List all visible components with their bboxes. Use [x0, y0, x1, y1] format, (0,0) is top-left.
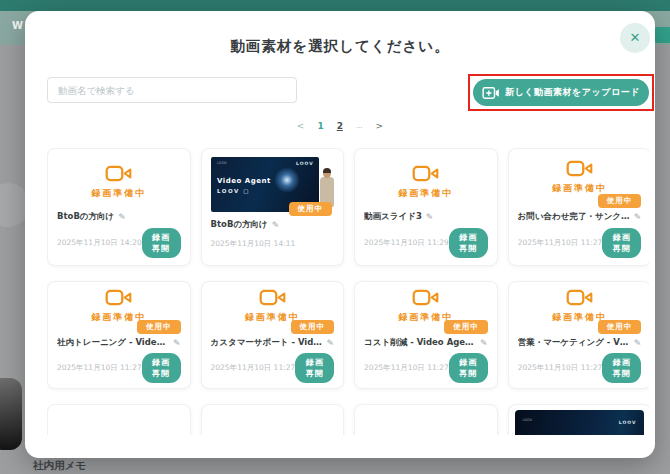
status-label: 録画準備中 — [552, 182, 607, 195]
search-input[interactable] — [47, 77, 297, 103]
video-card-grid: 録画準備中 BtoBの方向け ✎ 2025年11月10日 14:20 録画再開 … — [47, 148, 649, 435]
slide-top-text: LOOV — [217, 161, 227, 165]
page-2-button[interactable]: 2 — [337, 121, 343, 131]
video-card[interactable]: LOOV LOOV Video Agent LOOV ▢ 使用中 BtoBの方向… — [201, 148, 345, 266]
close-button[interactable]: ✕ — [620, 23, 650, 53]
video-title: 動画スライド3 — [364, 211, 422, 223]
video-date: 2025年11月10日 11:29 — [364, 238, 449, 248]
video-title: コスト削減 - Video Agentによる… — [364, 337, 476, 349]
edit-icon[interactable]: ✎ — [426, 212, 434, 222]
video-title: 営業・マーケティング - Video A… — [518, 337, 630, 349]
video-card[interactable]: 録画準備中 使用中 営業・マーケティング - Video A… ✎ 2025年1… — [508, 281, 649, 389]
video-card[interactable] — [201, 404, 345, 435]
video-card[interactable]: LOOV LOOV — [508, 404, 649, 435]
in-use-badge: 使用中 — [137, 320, 181, 334]
video-card[interactable]: 録画準備中 使用中 カスタマーサポート - Video Age… ✎ 2025年… — [201, 281, 345, 389]
status-label: 録画準備中 — [91, 187, 146, 200]
resume-recording-button[interactable]: 録画再開 — [142, 353, 181, 383]
background-video-shape — [0, 378, 22, 450]
in-use-badge: 使用中 — [289, 202, 333, 216]
video-title: BtoBの方向け — [57, 211, 114, 223]
resume-recording-button[interactable]: 録画再開 — [295, 353, 334, 383]
in-use-badge: 使用中 — [598, 320, 642, 334]
pagination: < 1 2 ... > — [25, 121, 655, 131]
page-ellipsis: ... — [356, 122, 363, 130]
edit-icon[interactable]: ✎ — [634, 338, 642, 348]
upload-button-label: 新しく動画素材をアップロード — [505, 86, 640, 99]
resume-recording-button[interactable]: 録画再開 — [449, 353, 488, 383]
workspace-label: W — [12, 20, 23, 31]
resume-recording-button[interactable]: 録画再開 — [602, 228, 641, 258]
video-camera-icon — [105, 165, 132, 182]
edit-icon[interactable]: ✎ — [634, 212, 642, 222]
resume-recording-button[interactable]: 録画再開 — [142, 228, 181, 258]
next-page-button[interactable]: > — [376, 121, 384, 131]
video-date: 2025年11月10日 11:27 — [364, 363, 449, 373]
video-card[interactable]: 録画準備中 使用中 お問い合わせ完了・サンクスメッ… ✎ 2025年11月10日… — [508, 148, 649, 266]
video-title: 社内トレーニング - Video Agent… — [57, 337, 169, 349]
video-camera-icon — [566, 289, 593, 306]
video-camera-icon — [412, 165, 439, 182]
video-date: 2025年11月10日 14:11 — [211, 239, 296, 249]
prev-page-button[interactable]: < — [297, 121, 305, 131]
video-card[interactable]: 録画準備中 使用中 コスト削減 - Video Agentによる… ✎ 2025… — [354, 281, 498, 389]
video-camera-icon — [105, 289, 132, 306]
video-date: 2025年11月10日 11:27 — [518, 363, 603, 373]
video-select-modal: 動画素材を選択してください。 ✕ 新しく動画素材をアップロード < 1 2 ..… — [25, 11, 655, 458]
resume-recording-button[interactable]: 録画再開 — [602, 353, 641, 383]
page-1-button[interactable]: 1 — [317, 121, 323, 131]
edit-icon[interactable]: ✎ — [272, 220, 280, 230]
slide-top-text: LOOV — [522, 418, 532, 422]
video-camera-icon — [259, 289, 286, 306]
video-card[interactable] — [47, 404, 191, 435]
slide-heading: Video Agent — [217, 177, 271, 185]
background-topbar — [0, 0, 670, 11]
upload-highlight-annotation: 新しく動画素材をアップロード — [468, 74, 654, 111]
status-label: 録画準備中 — [398, 187, 453, 200]
resume-recording-button[interactable]: 録画再開 — [449, 228, 488, 258]
video-date: 2025年11月10日 11:27 — [518, 238, 603, 248]
edit-icon[interactable]: ✎ — [173, 338, 181, 348]
video-title: お問い合わせ完了・サンクスメッ… — [518, 211, 630, 223]
video-title: BtoBの方向け — [211, 219, 268, 231]
upload-video-button[interactable]: 新しく動画素材をアップロード — [473, 79, 649, 106]
video-thumbnail: LOOV LOOV — [515, 410, 645, 435]
in-use-badge: 使用中 — [291, 320, 335, 334]
edit-icon[interactable]: ✎ — [327, 338, 335, 348]
video-title: カスタマーサポート - Video Age… — [211, 337, 323, 349]
in-use-badge: 使用中 — [444, 320, 488, 334]
video-card[interactable]: 録画準備中 使用中 社内トレーニング - Video Agent… ✎ 2025… — [47, 281, 191, 389]
video-date: 2025年11月10日 11:27 — [57, 363, 142, 373]
video-date: 2025年11月10日 11:27 — [211, 363, 296, 373]
slide-logo: LOOV ▢ — [217, 188, 250, 194]
video-camera-icon — [412, 289, 439, 306]
glow-effect — [274, 167, 300, 193]
edit-icon[interactable]: ✎ — [118, 212, 126, 222]
edit-icon[interactable]: ✎ — [480, 338, 488, 348]
video-card[interactable] — [354, 404, 498, 435]
video-camera-icon — [566, 160, 593, 177]
video-card[interactable]: 録画準備中 動画スライド3 ✎ 2025年11月10日 11:29 録画再開 — [354, 148, 498, 266]
video-card[interactable]: 録画準備中 BtoBの方向け ✎ 2025年11月10日 14:20 録画再開 — [47, 148, 191, 266]
video-thumbnail: LOOV LOOV Video Agent LOOV ▢ 使用中 — [208, 154, 338, 216]
in-use-badge: 使用中 — [598, 194, 642, 208]
close-icon: ✕ — [630, 30, 641, 45]
slide-brand-logo: LOOV — [619, 420, 637, 425]
modal-title: 動画素材を選択してください。 — [25, 37, 655, 56]
slide-brand-logo: LOOV — [296, 161, 314, 166]
memo-label: 社内用メモ — [33, 459, 86, 473]
video-upload-icon — [482, 86, 500, 100]
video-date: 2025年11月10日 14:20 — [57, 238, 142, 248]
